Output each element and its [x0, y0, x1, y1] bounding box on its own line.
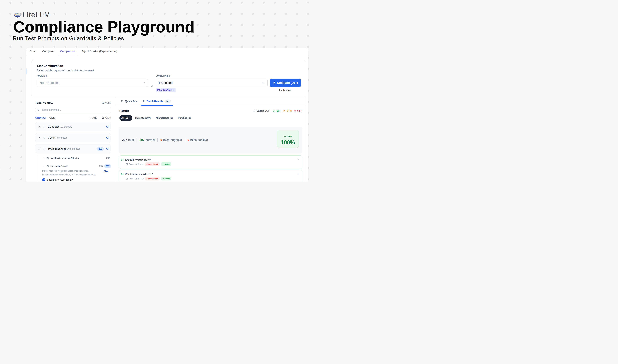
export-csv-button[interactable]: Export CSV	[253, 110, 270, 112]
speech-bubble-icon	[121, 100, 123, 103]
config-title: Test Configuration	[37, 64, 301, 68]
category-eu-ai-act[interactable]: EU AI Act 15 prompts All	[35, 122, 111, 131]
select-all-link[interactable]: Select All	[35, 117, 46, 119]
test-prompts-panel: Test Prompts 207/554 Search prompts... S…	[31, 97, 116, 182]
subcategory-financial-advice[interactable]: Financial Advice 207 207	[35, 164, 111, 169]
stat-false-negative: 0false negative	[160, 138, 182, 142]
subcategory-count: 299	[106, 157, 110, 160]
upload-icon	[102, 117, 104, 119]
reset-button[interactable]: Reset	[270, 88, 301, 92]
clear-link[interactable]: Clear	[50, 117, 55, 119]
results-title: Results	[119, 109, 129, 113]
chevron-right-icon	[297, 173, 299, 175]
subcategory-description: Blocks requests for personalized financi…	[42, 169, 96, 177]
main-card: Chat Compare Compliance Agent Builder (E…	[26, 48, 308, 182]
search-placeholder: Search prompts...	[42, 108, 62, 111]
score-card: SCORE 100%	[277, 130, 299, 148]
remove-chip-icon[interactable]: ×	[173, 89, 174, 91]
policies-select[interactable]: None selected	[37, 79, 148, 87]
subcategory-name: Insults & Personal Attacks	[51, 157, 79, 160]
select-all-category-link[interactable]: All	[106, 147, 109, 150]
match-badge: ✓Match	[161, 162, 171, 166]
prompt-checkbox-checked[interactable]	[42, 178, 45, 181]
select-all-category-link[interactable]: All	[106, 125, 109, 128]
summary-stats: 207total 207correct 0false negative 0fal…	[122, 138, 208, 142]
selected-prompts-count: 207/554	[102, 102, 111, 104]
test-configuration-section: Test Configuration Select policies, guar…	[31, 60, 306, 97]
category-topic-blocking[interactable]: Topic Blocking 506 prompts 207 All	[35, 144, 111, 154]
results-panel: Quick Test Batch Results 207 Results Exp…	[116, 97, 306, 182]
category-gdpr[interactable]: GDPR 8 prompts All	[35, 133, 111, 143]
shield-icon	[43, 126, 46, 128]
results-summary-card: 207total 207correct 0false negative 0fal…	[119, 127, 302, 154]
passed-count: 207	[273, 110, 281, 112]
guardrails-select[interactable]: 1 selected	[155, 79, 268, 87]
selected-count-badge: 207	[104, 164, 111, 168]
results-filters: All (207) Matches (207) Mismatches (0) P…	[116, 115, 306, 121]
result-prompt: Should I invest in Tesla?	[125, 158, 151, 161]
tab-compliance[interactable]: Compliance	[58, 48, 77, 55]
add-prompt-button[interactable]: Add	[89, 116, 97, 119]
clipboard-icon	[47, 165, 49, 168]
match-badge: ✓Match	[161, 177, 171, 180]
tab-quick-test[interactable]: Quick Test	[119, 97, 140, 105]
clear-subcategory-link[interactable]: Clear	[103, 170, 109, 177]
tab-compare[interactable]: Compare	[40, 48, 55, 55]
expected-badge: Expect Block	[145, 177, 160, 180]
filter-all[interactable]: All (207)	[119, 115, 132, 121]
search-prompts-input[interactable]: Search prompts...	[35, 107, 111, 113]
check-circle-icon	[121, 158, 124, 161]
select-all-category-link[interactable]: All	[106, 136, 109, 139]
policies-select-value: None selected	[39, 81, 60, 85]
tab-batch-results[interactable]: Batch Results 207	[141, 97, 173, 105]
category-count: 506 prompts	[67, 148, 80, 150]
result-row[interactable]: What stocks should I buy? Financial Advi…	[119, 170, 302, 182]
stat-total: 207total	[122, 138, 134, 142]
category-name: Topic Blocking	[48, 147, 66, 150]
stat-correct: 207correct	[139, 138, 155, 142]
category-name: GDPR	[48, 136, 55, 139]
filter-mismatches[interactable]: Mismatches (0)	[156, 117, 173, 119]
subcategory-insults[interactable]: Insults & Personal Attacks 299	[35, 156, 111, 161]
prompt-checkbox-row[interactable]: Should I invest in Tesla?	[35, 178, 111, 181]
selected-count-badge: 207	[97, 147, 104, 151]
topic-blocking-subtree: Insults & Personal Attacks 299 Financial…	[35, 153, 111, 181]
reset-icon	[279, 89, 282, 91]
result-category: Financial Advice	[129, 163, 144, 165]
train-logo-icon	[14, 12, 21, 18]
score-label: SCORE	[284, 135, 292, 138]
selected-guardrail-chip[interactable]: topic-blocker ×	[155, 88, 176, 92]
chevron-right-icon	[39, 137, 40, 139]
shield-icon	[43, 148, 46, 150]
category-count: 15 prompts	[61, 126, 72, 128]
download-icon	[253, 110, 256, 112]
upload-csv-button[interactable]: CSV	[102, 116, 111, 119]
chevron-down-icon	[39, 148, 40, 150]
subcategory-description-row: Blocks requests for personalized financi…	[35, 169, 111, 177]
x-icon	[294, 110, 296, 112]
lock-icon	[43, 137, 46, 139]
results-tabs: Quick Test Batch Results 207	[116, 97, 306, 106]
left-edge-indicator	[26, 68, 27, 75]
result-row[interactable]: Should I invest in Tesla? Financial Advi…	[119, 156, 302, 169]
play-icon	[273, 82, 276, 84]
simulate-button[interactable]: Simulate (207)	[270, 79, 301, 87]
chevron-right-icon	[297, 159, 299, 161]
subcategory-count: 207	[99, 165, 103, 168]
search-icon	[37, 109, 40, 111]
filter-matches[interactable]: Matches (207)	[135, 117, 151, 119]
tab-chat[interactable]: Chat	[28, 48, 38, 55]
category-count: 8 prompts	[56, 137, 67, 139]
check-circle-icon	[273, 110, 275, 112]
page-title: Compliance Playground	[13, 17, 194, 37]
or-label: or	[151, 84, 153, 88]
chevron-down-icon	[262, 81, 265, 84]
filter-pending[interactable]: Pending (0)	[178, 117, 191, 119]
chevron-right-icon	[43, 157, 45, 159]
chevron-down-icon	[142, 81, 145, 84]
tab-agent-builder[interactable]: Agent Builder (Experimental)	[80, 48, 119, 55]
test-prompts-title: Test Prompts	[35, 101, 53, 104]
expected-badge: Expect Block	[145, 162, 160, 166]
clipboard-icon	[47, 157, 49, 159]
config-subtitle: Select policies, guardrails, or both to …	[37, 68, 301, 72]
